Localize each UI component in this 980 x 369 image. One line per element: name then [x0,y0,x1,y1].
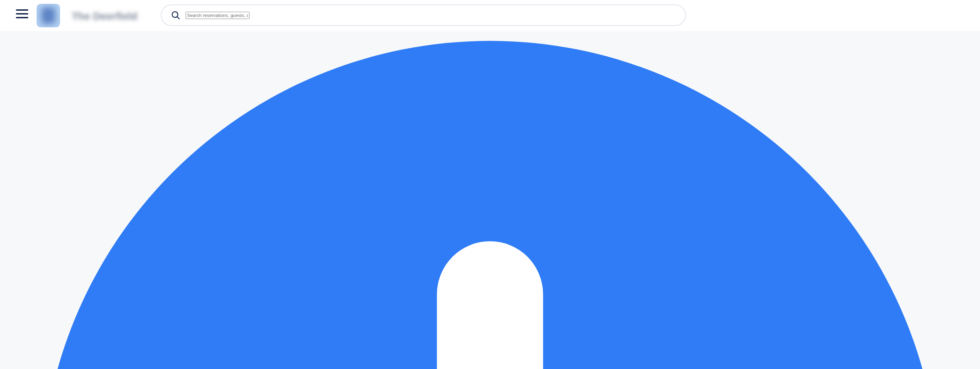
top-bar: The Deerfield [0,0,980,31]
create-plus-icon[interactable] [0,0,980,369]
property-name: The Deerfield [72,10,137,22]
search-input[interactable] [186,12,250,19]
top-icon-group [0,0,980,369]
global-search[interactable] [161,5,686,26]
reservation-calendar-app: The Deerfield March 2026 [0,0,980,369]
property-logo[interactable] [37,4,60,27]
menu-icon[interactable] [16,9,28,21]
search-icon [170,10,181,21]
